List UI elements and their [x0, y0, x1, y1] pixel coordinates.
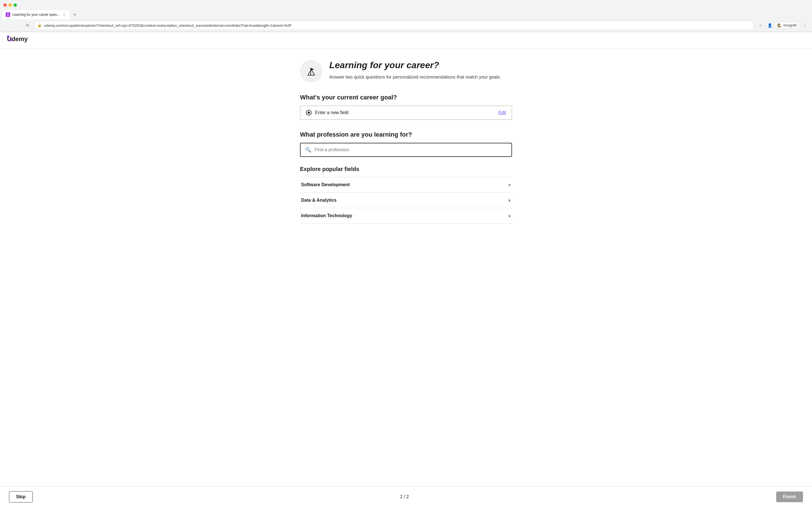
edit-link[interactable]: Edit — [498, 110, 506, 115]
field-item-it[interactable]: Information Technology ∨ — [300, 208, 512, 224]
hero-icon-container — [300, 60, 322, 82]
back-button[interactable]: ‹ — [3, 21, 11, 29]
explore-title: Explore popular fields — [300, 166, 512, 172]
career-goal-section: What's your current career goal? Enter a… — [300, 94, 512, 120]
reload-button[interactable]: ↻ — [24, 21, 32, 29]
profession-search-box[interactable]: 🔍 — [300, 143, 512, 157]
close-traffic-light[interactable] — [3, 3, 7, 7]
browser-titlebar — [0, 0, 812, 10]
tab-favicon: U — [6, 12, 10, 17]
traffic-lights — [3, 3, 17, 7]
main-content: Learning for your career? Answer two qui… — [293, 49, 519, 261]
new-tab-button[interactable]: + — [71, 11, 79, 18]
profile-button[interactable]: 👤 — [766, 21, 774, 29]
menu-button[interactable]: ⋮ — [801, 21, 809, 29]
address-bar[interactable]: 🔒 udemy.com/occupation/explorer/?checkou… — [34, 21, 755, 30]
forward-button[interactable]: › — [13, 21, 21, 29]
active-tab[interactable]: U Learning for your career ques... × — [2, 10, 70, 19]
url-text: udemy.com/occupation/explorer/?checkout_… — [44, 23, 751, 27]
minimize-traffic-light[interactable] — [8, 3, 12, 7]
logo-text: Udemy — [7, 36, 9, 38]
tab-close-button[interactable]: × — [62, 12, 66, 17]
incognito-icon: 🕵 — [777, 23, 781, 27]
chevron-down-icon-software: ∨ — [508, 182, 511, 187]
maximize-traffic-light[interactable] — [13, 3, 17, 7]
logo-dot — [10, 39, 12, 41]
bookmark-button[interactable]: ☆ — [757, 21, 765, 29]
radio-selected-icon — [306, 110, 312, 115]
chevron-down-icon-data: ∨ — [508, 198, 511, 203]
field-item-software[interactable]: Software Development ∨ — [300, 177, 512, 192]
chevron-down-icon-it: ∨ — [508, 214, 511, 218]
hero-section: Learning for your career? Answer two qui… — [300, 60, 512, 82]
incognito-label: Incognito — [783, 23, 797, 27]
hero-description: Answer two quick questions for personali… — [329, 74, 501, 80]
profession-title: What profession are you learning for? — [300, 131, 512, 138]
browser-chrome: U Learning for your career ques... × + ‹… — [0, 0, 812, 32]
career-goal-title: What's your current career goal? — [300, 94, 512, 101]
field-name-data: Data & Analytics — [301, 198, 337, 203]
browser-toolbar: ‹ › ↻ 🔒 udemy.com/occupation/explorer/?c… — [0, 19, 812, 32]
tab-title: Learning for your career ques... — [12, 13, 59, 17]
fields-list: Software Development ∨ Data & Analytics … — [300, 177, 512, 224]
lock-icon: 🔒 — [38, 23, 42, 27]
field-item-data[interactable]: Data & Analytics ∨ — [300, 192, 512, 208]
udemy-logo[interactable]: Udemy — [7, 36, 12, 45]
field-name-it: Information Technology — [301, 213, 352, 218]
profession-search-input[interactable] — [315, 147, 507, 152]
tab-bar: U Learning for your career ques... × + — [0, 10, 812, 19]
profession-section: What profession are you learning for? 🔍 … — [300, 131, 512, 224]
field-name-software: Software Development — [301, 182, 350, 187]
search-icon: 🔍 — [305, 147, 311, 153]
career-goal-box: Enter a new field Edit — [300, 106, 512, 120]
hero-title: Learning for your career? — [329, 60, 501, 70]
page-header: Udemy — [0, 32, 812, 49]
career-icon — [306, 66, 317, 77]
goal-label: Enter a new field — [315, 110, 495, 115]
toolbar-actions: ☆ 👤 🕵 Incognito ⋮ — [757, 21, 809, 29]
hero-text: Learning for your career? Answer two qui… — [329, 60, 501, 80]
incognito-indicator: 🕵 Incognito — [775, 22, 800, 29]
